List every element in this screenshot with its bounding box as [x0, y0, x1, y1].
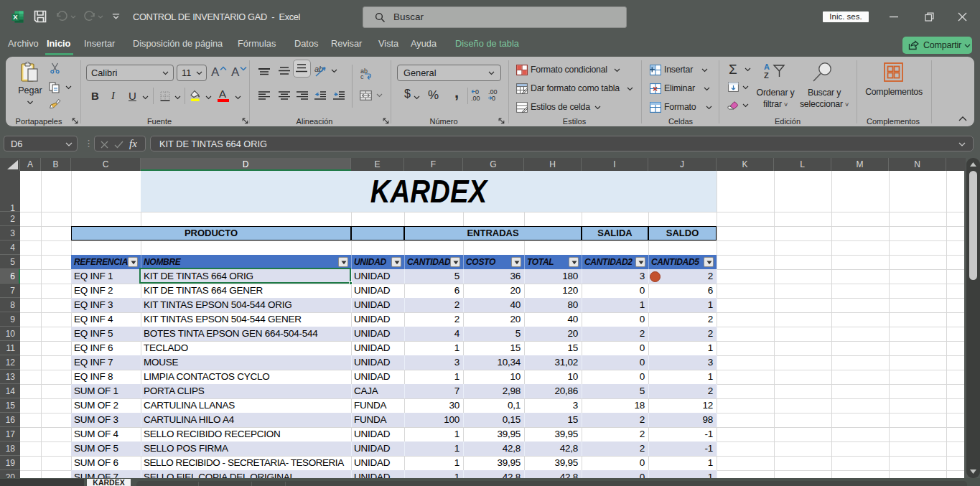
svg-text:X: X [13, 13, 18, 21]
svg-text:Z: Z [764, 71, 769, 79]
svg-text:A: A [764, 63, 770, 71]
svg-text:c: c [360, 73, 364, 80]
svg-text:.00: .00 [471, 95, 480, 101]
svg-text:ab: ab [314, 65, 323, 73]
svg-text:0: 0 [475, 89, 479, 95]
svg-text:0: 0 [492, 95, 495, 101]
